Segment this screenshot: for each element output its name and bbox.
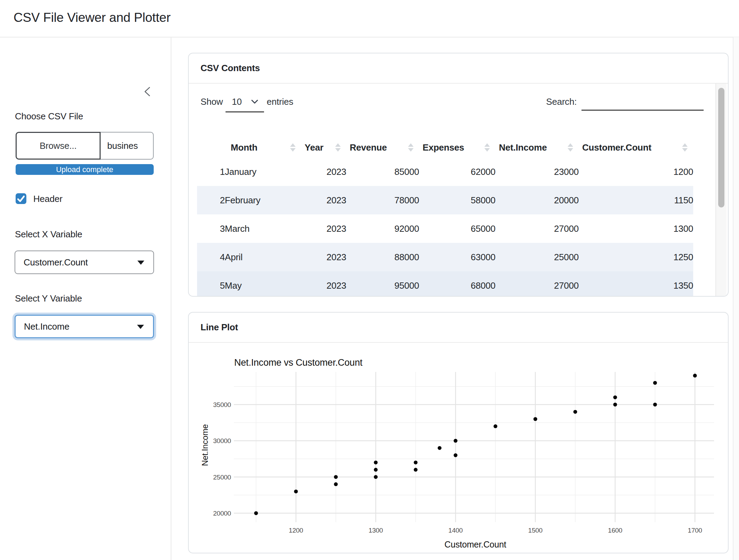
page-scrollbar[interactable] bbox=[733, 37, 739, 560]
x-tick-label: 1300 bbox=[368, 527, 383, 534]
csv-contents-card: CSV Contents Show 10 entries Search: Mon… bbox=[188, 53, 729, 297]
column-header-label: Net.Income bbox=[499, 142, 547, 153]
sidebar-collapse-button[interactable] bbox=[141, 85, 156, 100]
x-axis-title: Customer.Count bbox=[444, 540, 506, 549]
scatter-point bbox=[613, 403, 617, 407]
table-cell: 25000 bbox=[495, 243, 579, 271]
plot-title: Net.Income vs Customer.Count bbox=[234, 357, 363, 368]
table-cell: March bbox=[225, 214, 301, 243]
table-cell: 1200 bbox=[579, 158, 693, 186]
length-suffix: entries bbox=[267, 95, 294, 107]
csv-table: MonthYearRevenueExpensesNet.IncomeCustom… bbox=[197, 137, 693, 297]
table-cell: 95000 bbox=[346, 271, 419, 297]
table-search-control: Search: bbox=[546, 95, 704, 111]
x-tick-label: 1400 bbox=[448, 527, 462, 534]
table-cell: 88000 bbox=[346, 243, 419, 271]
page-length-value: 10 bbox=[232, 95, 242, 107]
table-cell: 65000 bbox=[419, 214, 495, 243]
sort-icons bbox=[568, 143, 573, 152]
scatter-point bbox=[374, 468, 378, 472]
file-name-field[interactable]: busines bbox=[100, 132, 154, 160]
column-header-net.income[interactable]: Net.Income bbox=[495, 137, 579, 158]
scatter-point bbox=[374, 475, 378, 479]
upload-progress-text: Upload complete bbox=[56, 165, 113, 174]
sort-icons bbox=[408, 143, 414, 152]
column-header-customer.count[interactable]: Customer.Count bbox=[579, 137, 693, 158]
column-header-revenue[interactable]: Revenue bbox=[346, 137, 419, 158]
table-cell: 1 bbox=[197, 158, 225, 186]
column-header-label: Customer.Count bbox=[582, 142, 651, 153]
column-header-expenses[interactable]: Expenses bbox=[419, 137, 495, 158]
scatter-point bbox=[693, 374, 697, 377]
checkmark-icon bbox=[16, 199, 26, 205]
table-cell: 58000 bbox=[419, 186, 495, 214]
search-label: Search: bbox=[546, 95, 577, 107]
table-cell: 3 bbox=[197, 214, 225, 243]
sort-icons bbox=[290, 143, 296, 152]
scatter-point bbox=[494, 424, 498, 428]
x-tick-label: 1500 bbox=[528, 527, 542, 534]
column-header-label: Month bbox=[231, 142, 257, 153]
sort-desc-icon bbox=[484, 148, 490, 152]
table-cell: 1350 bbox=[579, 271, 693, 297]
y-tick-label: 25000 bbox=[213, 474, 231, 481]
table-scrollbar-thumb[interactable] bbox=[718, 88, 724, 207]
caret-down-icon bbox=[137, 261, 144, 265]
page-title: CSV File Viewer and Plotter bbox=[14, 10, 171, 25]
table-scrollbar-track[interactable] bbox=[715, 84, 727, 296]
y-axis-title: Net.Income bbox=[200, 424, 210, 466]
table-cell: May bbox=[225, 271, 301, 297]
table-cell: 20000 bbox=[495, 186, 579, 214]
scatter-point bbox=[334, 475, 338, 479]
x-variable-select[interactable]: Customer.Count bbox=[15, 251, 154, 274]
y-variable-select[interactable]: Net.Income bbox=[15, 315, 154, 338]
caret-down-icon bbox=[137, 325, 144, 329]
line-plot-card: Line Plot 200002500030000350001200130014… bbox=[188, 312, 729, 553]
y-variable-label: Select Y Variable bbox=[15, 293, 82, 304]
table-row: 1January20238500062000230001200 bbox=[197, 158, 693, 186]
column-header-label: Revenue bbox=[350, 142, 387, 153]
header-checkbox-label: Header bbox=[33, 194, 62, 204]
table-row: 2February20237800058000200001150 bbox=[197, 186, 693, 214]
table-row: 3March20239200065000270001300 bbox=[197, 214, 693, 243]
x-variable-label: Select X Variable bbox=[15, 229, 82, 240]
x-tick-label: 1700 bbox=[688, 527, 702, 534]
header-checkbox[interactable] bbox=[16, 193, 26, 204]
plot-card-title: Line Plot bbox=[201, 322, 238, 333]
length-prefix: Show bbox=[201, 95, 223, 107]
table-cell: 1250 bbox=[579, 243, 693, 271]
table-cell: 27000 bbox=[495, 271, 579, 297]
table-cell: 1150 bbox=[579, 186, 693, 214]
browse-button[interactable]: Browse... bbox=[16, 132, 101, 160]
chevron-down-icon bbox=[251, 96, 258, 107]
table-cell: 1300 bbox=[579, 214, 693, 243]
table-cell: 63000 bbox=[419, 243, 495, 271]
column-header-month[interactable]: Month bbox=[225, 137, 301, 158]
y-tick-label: 35000 bbox=[213, 401, 231, 408]
table-cell: 2023 bbox=[301, 186, 346, 214]
scatter-point bbox=[653, 381, 657, 385]
table-cell: 62000 bbox=[419, 158, 495, 186]
table-cell: 68000 bbox=[419, 271, 495, 297]
column-header-index bbox=[197, 137, 225, 158]
column-header-year[interactable]: Year bbox=[301, 137, 346, 158]
table-cell: 5 bbox=[197, 271, 225, 297]
scatter-point bbox=[334, 482, 338, 486]
scatter-point bbox=[254, 511, 258, 515]
page-length-select[interactable]: 10 bbox=[226, 95, 264, 112]
table-cell: 85000 bbox=[346, 158, 419, 186]
y-tick-label: 30000 bbox=[213, 437, 231, 444]
table-cell: 78000 bbox=[346, 186, 419, 214]
sort-icons bbox=[335, 143, 341, 152]
table-length-control: Show 10 entries bbox=[201, 95, 293, 114]
csv-card-header: CSV Contents bbox=[189, 53, 728, 84]
plot-card-header: Line Plot bbox=[189, 313, 728, 343]
csv-table-body: 1January202385000620002300012002February… bbox=[197, 158, 693, 297]
y-variable-value: Net.Income bbox=[24, 321, 69, 332]
file-input-group: Browse... busines bbox=[16, 132, 154, 160]
sort-icons bbox=[484, 143, 490, 152]
x-tick-label: 1200 bbox=[289, 527, 303, 534]
table-row: 4April20238800063000250001250 bbox=[197, 243, 693, 271]
scatter-point bbox=[454, 439, 458, 443]
search-input[interactable] bbox=[581, 95, 704, 111]
